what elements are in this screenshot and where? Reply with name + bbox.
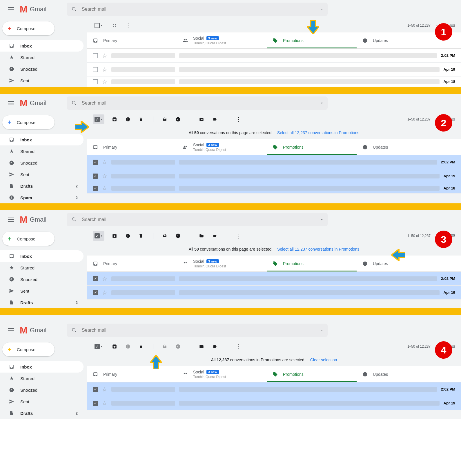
- search-dropdown-icon[interactable]: ▼: [321, 8, 323, 11]
- search-input[interactable]: [77, 217, 321, 222]
- refresh-icon[interactable]: [112, 23, 118, 28]
- delete-icon[interactable]: [139, 117, 144, 122]
- search-dropdown-icon[interactable]: ▼: [321, 102, 323, 105]
- sidebar-item-inbox[interactable]: Inbox: [0, 40, 84, 52]
- tab-social[interactable]: Social3 newTumblr, Quora Digest: [177, 256, 267, 271]
- gmail-logo[interactable]: MGmail: [20, 325, 46, 336]
- sidebar-item-snoozed[interactable]: Snoozed: [0, 273, 84, 285]
- search-bar[interactable]: ▼: [67, 324, 328, 337]
- mark-read-icon[interactable]: [162, 117, 168, 121]
- gmail-logo[interactable]: MGmail: [20, 98, 46, 109]
- tab-social[interactable]: Social3 newTumblr, Quora Digest: [177, 139, 267, 155]
- row-star-icon[interactable]: ☆: [102, 159, 107, 166]
- row-star-icon[interactable]: ☆: [102, 173, 107, 180]
- move-to-icon[interactable]: [199, 117, 205, 122]
- mail-row[interactable]: ☆2:02 PM: [87, 49, 461, 63]
- sidebar-item-starred[interactable]: ★Starred: [0, 52, 84, 63]
- tab-updates[interactable]: Updates: [357, 32, 447, 48]
- row-star-icon[interactable]: ☆: [102, 185, 107, 192]
- row-star-icon[interactable]: ☆: [102, 289, 107, 296]
- row-star-icon[interactable]: ☆: [102, 386, 107, 393]
- row-checkbox[interactable]: ✓: [93, 401, 98, 406]
- search-bar[interactable]: ▼: [67, 3, 328, 16]
- tab-primary[interactable]: Primary: [87, 366, 177, 382]
- report-spam-icon[interactable]: [125, 233, 131, 238]
- row-star-icon[interactable]: ☆: [102, 52, 107, 59]
- row-checkbox[interactable]: ✓: [93, 186, 98, 191]
- gmail-logo[interactable]: M Gmail: [20, 4, 46, 15]
- row-checkbox[interactable]: ✓: [93, 174, 98, 179]
- tab-social[interactable]: Social3 newTumblr, Quora Digest: [177, 366, 267, 382]
- gmail-logo[interactable]: MGmail: [20, 214, 46, 225]
- mark-read-icon[interactable]: [162, 234, 168, 238]
- menu-icon[interactable]: [5, 98, 17, 109]
- select-all-checkbox[interactable]: ✓▼: [93, 231, 104, 241]
- archive-icon[interactable]: [112, 344, 118, 349]
- sidebar-item-snoozed[interactable]: Snoozed: [0, 63, 84, 75]
- row-checkbox[interactable]: ✓: [93, 387, 98, 392]
- menu-icon[interactable]: [5, 4, 17, 15]
- row-star-icon[interactable]: ☆: [102, 275, 107, 282]
- compose-button[interactable]: +Compose: [2, 342, 55, 356]
- row-checkbox[interactable]: ✓: [93, 160, 98, 165]
- sidebar-item-snoozed[interactable]: Snoozed: [0, 157, 84, 169]
- sidebar-item-drafts[interactable]: Drafts2: [0, 297, 84, 308]
- row-checkbox[interactable]: [93, 53, 98, 58]
- sidebar-item-drafts[interactable]: Drafts2: [0, 180, 84, 192]
- search-bar[interactable]: ▼: [67, 213, 328, 226]
- menu-icon[interactable]: [5, 325, 17, 336]
- compose-button[interactable]: +Compose: [2, 115, 55, 129]
- row-star-icon[interactable]: ☆: [102, 400, 107, 407]
- sidebar-item-inbox[interactable]: Inbox: [0, 361, 84, 373]
- more-icon[interactable]: ⋮: [236, 116, 242, 123]
- move-to-icon[interactable]: [199, 344, 205, 349]
- search-input[interactable]: [77, 7, 321, 12]
- sidebar-item-snoozed[interactable]: Snoozed: [0, 384, 84, 396]
- sidebar-item-inbox[interactable]: Inbox: [0, 250, 84, 262]
- tab-promotions[interactable]: Promotions: [267, 32, 357, 48]
- sidebar-item-spam[interactable]: Spam2: [0, 192, 84, 203]
- report-spam-icon[interactable]: [125, 117, 131, 122]
- mail-row[interactable]: ✓☆2:02 PM: [87, 155, 461, 169]
- row-checkbox[interactable]: [93, 79, 98, 84]
- tab-promotions[interactable]: Promotions: [267, 366, 357, 382]
- select-all-link[interactable]: Select all 12,237 conversations in Promo…: [277, 130, 359, 135]
- sidebar-item-sent[interactable]: Sent: [0, 75, 84, 86]
- tab-promotions[interactable]: Promotions: [267, 139, 357, 155]
- sidebar-item-starred[interactable]: ★Starred: [0, 262, 84, 273]
- tab-updates[interactable]: Updates: [357, 366, 447, 382]
- mail-row[interactable]: ✓☆Apr 19: [87, 286, 461, 300]
- search-bar[interactable]: ▼: [67, 96, 328, 110]
- mail-row[interactable]: ✓☆Apr 19: [87, 169, 461, 183]
- row-checkbox[interactable]: ✓: [93, 276, 98, 281]
- sidebar-item-starred[interactable]: ★Starred: [0, 373, 84, 384]
- compose-button[interactable]: +Compose: [2, 232, 55, 246]
- snooze-icon[interactable]: [175, 233, 181, 238]
- sidebar-item-inbox[interactable]: Inbox: [0, 134, 84, 145]
- more-icon[interactable]: ⋮: [125, 22, 131, 29]
- label-icon[interactable]: [212, 117, 218, 121]
- search-dropdown-icon[interactable]: ▼: [321, 329, 323, 332]
- snooze-icon[interactable]: [175, 344, 181, 349]
- delete-icon[interactable]: [139, 233, 144, 238]
- clear-selection-link[interactable]: Clear selection: [310, 358, 337, 362]
- select-all-link[interactable]: Select all 12,237 conversations in Promo…: [277, 247, 359, 251]
- mail-row[interactable]: ✓☆2:02 PM: [87, 272, 461, 286]
- select-all-checkbox[interactable]: ✓▼: [93, 114, 104, 124]
- label-icon[interactable]: [212, 234, 218, 238]
- tab-primary[interactable]: Primary: [87, 139, 177, 155]
- mail-row[interactable]: ☆Apr 18: [87, 76, 461, 87]
- menu-icon[interactable]: [5, 214, 17, 225]
- snooze-icon[interactable]: [175, 117, 181, 122]
- sidebar-item-sent[interactable]: Sent: [0, 169, 84, 180]
- delete-icon[interactable]: [139, 344, 144, 349]
- row-checkbox[interactable]: ✓: [93, 290, 98, 295]
- sidebar-item-sent[interactable]: Sent: [0, 285, 84, 297]
- search-input[interactable]: [77, 328, 321, 333]
- tab-promotions[interactable]: Promotions: [267, 256, 357, 271]
- move-to-icon[interactable]: [199, 234, 205, 238]
- tab-primary[interactable]: Primary: [87, 256, 177, 271]
- tab-primary[interactable]: Primary: [87, 32, 177, 48]
- archive-icon[interactable]: [112, 233, 118, 238]
- label-icon[interactable]: [212, 344, 218, 349]
